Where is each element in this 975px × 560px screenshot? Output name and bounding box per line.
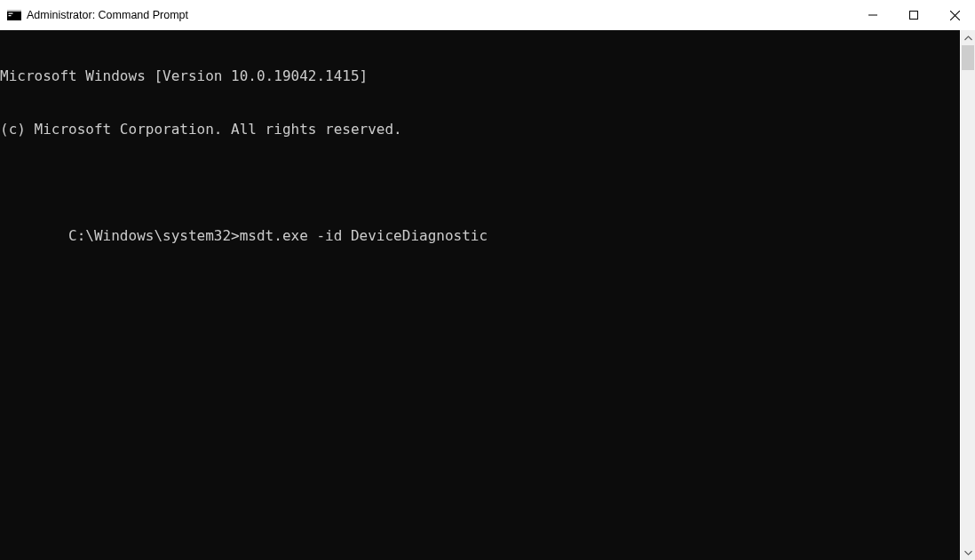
terminal-area[interactable]: Microsoft Windows [Version 10.0.19042.14… (0, 30, 960, 560)
scroll-down-button[interactable] (961, 545, 975, 560)
scroll-thumb[interactable] (962, 45, 974, 70)
svg-rect-2 (9, 13, 13, 14)
terminal-line-copyright: (c) Microsoft Corporation. All rights re… (0, 121, 960, 138)
terminal-line-version: Microsoft Windows [Version 10.0.19042.14… (0, 67, 960, 85)
window-controls (852, 0, 975, 30)
vertical-scrollbar[interactable] (960, 30, 975, 560)
maximize-button[interactable] (893, 0, 934, 30)
close-button[interactable] (934, 0, 975, 30)
maximize-icon (909, 11, 918, 20)
svg-rect-3 (9, 15, 12, 16)
chevron-up-icon (964, 35, 972, 41)
window-frame: Administrator: Command Prompt (0, 0, 975, 560)
svg-rect-1 (7, 10, 21, 12)
minimize-button[interactable] (852, 0, 893, 30)
chevron-down-icon (964, 550, 972, 556)
terminal-command: msdt.exe -id DeviceDiagnostic (240, 227, 488, 244)
cmd-icon (7, 8, 21, 22)
svg-rect-5 (910, 12, 918, 20)
titlebar[interactable]: Administrator: Command Prompt (0, 0, 975, 30)
window-body: Microsoft Windows [Version 10.0.19042.14… (0, 30, 975, 560)
window-title: Administrator: Command Prompt (27, 9, 852, 21)
terminal-prompt: C:\Windows\system32> (68, 227, 240, 244)
close-icon (950, 11, 960, 20)
scroll-track[interactable] (961, 45, 975, 545)
minimize-icon (868, 11, 877, 20)
scroll-up-button[interactable] (961, 30, 975, 45)
svg-rect-4 (868, 15, 877, 16)
terminal-prompt-line: C:\Windows\system32>msdt.exe -id DeviceD… (0, 209, 960, 263)
